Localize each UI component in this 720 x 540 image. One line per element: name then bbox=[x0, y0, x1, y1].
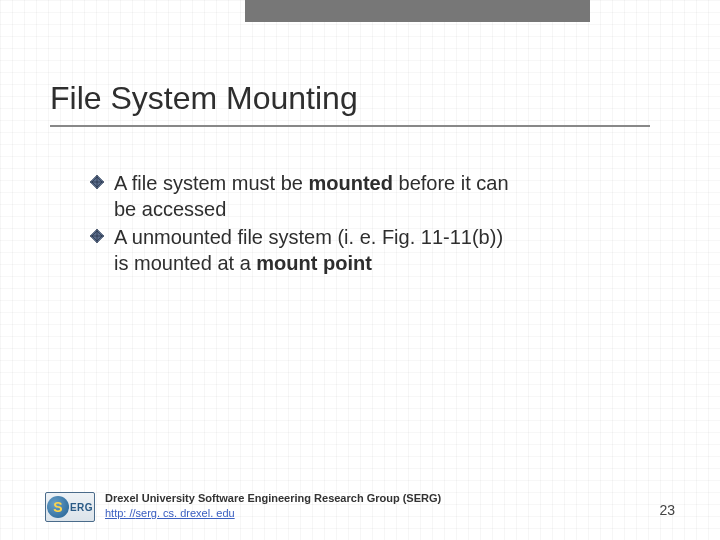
list-item: A file system must be mounted before it … bbox=[90, 170, 510, 222]
footer-org: Drexel University Software Engineering R… bbox=[105, 492, 441, 504]
diamond-bullet-icon bbox=[90, 175, 104, 189]
logo-erg-text: ERG bbox=[70, 502, 93, 513]
diamond-bullet-icon bbox=[90, 229, 104, 243]
bullet-text-bold: mount point bbox=[256, 252, 372, 274]
serg-logo: S ERG bbox=[45, 492, 95, 522]
footer-link-host[interactable]: serg. cs. drexel. edu bbox=[136, 507, 235, 519]
bullet-text-pre: A file system must be bbox=[114, 172, 309, 194]
slide-footer: S ERG Drexel University Software Enginee… bbox=[45, 488, 675, 522]
bullet-text-bold: mounted bbox=[309, 172, 393, 194]
top-accent-bar bbox=[245, 0, 590, 22]
list-item: A unmounted file system (i. e. Fig. 11-1… bbox=[90, 224, 510, 276]
footer-link[interactable]: http: // bbox=[105, 507, 136, 519]
page-number: 23 bbox=[659, 502, 675, 518]
logo-s-badge: S bbox=[47, 496, 69, 518]
slide-body: A file system must be mounted before it … bbox=[90, 170, 510, 278]
footer-attribution: Drexel University Software Engineering R… bbox=[105, 491, 441, 520]
slide-title: File System Mounting bbox=[50, 80, 650, 127]
